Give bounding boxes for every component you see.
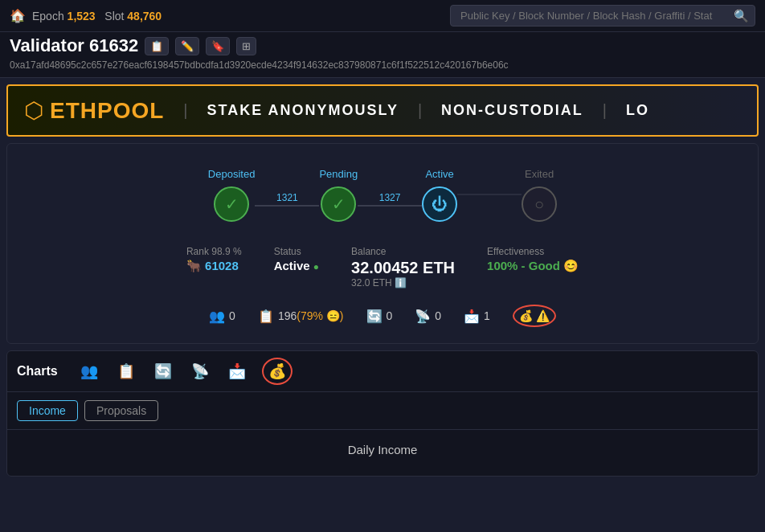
bookmark-button[interactable]: 🔖 — [206, 37, 230, 55]
tab-icon-sync[interactable]: 🔄 — [151, 359, 175, 383]
rank-label: Rank 98.9 % — [186, 246, 242, 257]
address-hash: 0xa17afd48695c2c657e276eacf6198457bdbcdf… — [10, 59, 755, 71]
top-nav: 🏠 Epoch 1,523 Slot 48,760 🔍 — [0, 0, 765, 32]
pending-label: Pending — [319, 168, 358, 180]
sync-icon: 🔄 — [366, 309, 382, 324]
balance-sub: 32.0 ETH ℹ️ — [351, 277, 455, 289]
warning-icon: ⚠️ — [536, 309, 550, 322]
eth-diamond-icon: ⬡ — [24, 97, 43, 124]
edit-button[interactable]: ✏️ — [175, 37, 199, 55]
address-bar: Validator 61632 📋 ✏️ 🔖 ⊞ 0xa17afd48695c2… — [0, 32, 765, 78]
conn-num-2: 1327 — [379, 192, 401, 203]
attestations-count: 0 — [229, 309, 235, 322]
search-icon[interactable]: 🔍 — [734, 9, 749, 23]
stats-row: Rank 98.9 % 🐂 61028 Status Active ● Bala… — [23, 246, 742, 289]
tab-icon-attestations[interactable]: 👥 — [77, 359, 101, 383]
banner-divider-1: | — [183, 101, 187, 120]
effectiveness-label: Effectiveness — [487, 246, 579, 257]
epoch-value: 1,523 — [68, 10, 96, 23]
tab-icon-slashings[interactable]: 📡 — [188, 359, 212, 383]
status-value: Active ● — [274, 259, 319, 272]
pipeline-step-deposited: Deposited ✓ — [208, 168, 256, 222]
activity-income-warning: 💰 ⚠️ — [513, 305, 556, 327]
activity-deposits: 📩 1 — [464, 309, 490, 324]
active-label: Active — [425, 168, 453, 180]
pipeline-step-pending: Pending ✓ — [319, 168, 358, 222]
tabs-section: Charts 👥 📋 🔄 📡 📩 💰 Income Proposals Dail… — [6, 350, 759, 477]
chart-title: Daily Income — [17, 443, 748, 456]
status-pipeline: Deposited ✓ 1321 Pending ✓ 1327 Active ⏻ — [23, 160, 742, 230]
validator-row: Validator 61632 📋 ✏️ 🔖 ⊞ — [10, 35, 755, 56]
proposals-icon: 📋 — [258, 309, 274, 324]
ethpool-name: ETHPOOL — [50, 98, 164, 124]
copy-button[interactable]: 📋 — [145, 37, 169, 55]
deposited-label: Deposited — [208, 168, 256, 180]
deposits-icon: 📩 — [464, 309, 480, 324]
home-icon[interactable]: 🏠 — [10, 8, 26, 23]
status-stat: Status Active ● — [274, 246, 319, 289]
rank-value: 🐂 61028 — [186, 259, 242, 273]
slashings-icon: 📡 — [415, 309, 431, 324]
tab-icon-deposits[interactable]: 📩 — [225, 359, 249, 383]
proposals-count: 196(79% 😑) — [278, 309, 344, 322]
banner-text-2: NON-CUSTODIAL — [441, 102, 583, 119]
status-label: Status — [274, 246, 319, 257]
balance-value: 32.00452 ETH — [351, 259, 455, 277]
tab-icon-income-active[interactable]: 💰 — [262, 358, 292, 385]
sub-tabs: Income Proposals — [7, 392, 758, 430]
banner-divider-2: | — [418, 101, 422, 120]
activity-attestations: 👥 0 — [209, 309, 235, 324]
conn-line-3 — [457, 194, 522, 195]
epoch-info: Epoch 1,523 Slot 48,760 — [32, 10, 162, 23]
validator-title: Validator 61632 — [10, 35, 138, 56]
search-input[interactable] — [450, 5, 755, 27]
banner-text-3: LO — [626, 102, 649, 119]
slot-label: Slot — [104, 10, 124, 23]
tab-icon-proposals[interactable]: 📋 — [114, 359, 138, 383]
exited-icon: ○ — [522, 186, 557, 222]
active-icon: ⏻ — [422, 186, 457, 222]
ethpool-logo: ⬡ ETHPOOL — [24, 97, 164, 124]
slashings-count: 0 — [435, 309, 441, 322]
conn-line-2 — [358, 205, 422, 207]
sub-tab-proposals[interactable]: Proposals — [84, 400, 158, 421]
conn-num-1: 1321 — [276, 192, 298, 203]
banner-text-1: STAKE ANONYMOUSLY — [207, 102, 399, 119]
connector-2: 1327 — [358, 192, 422, 207]
deposited-icon: ✓ — [214, 186, 249, 222]
money-icon: 💰 — [519, 309, 533, 322]
activity-slashings: 📡 0 — [415, 309, 441, 324]
chart-area: Daily Income — [7, 430, 758, 476]
pending-icon: ✓ — [321, 186, 356, 222]
sync-count: 0 — [387, 309, 393, 322]
income-warning-circled[interactable]: 💰 ⚠️ — [513, 305, 556, 327]
epoch-label: Epoch — [32, 10, 64, 23]
connector-1: 1321 — [255, 192, 319, 207]
status-dot: ● — [313, 261, 319, 272]
effectiveness-value: 100% - Good 😊 — [487, 259, 579, 273]
conn-line-1 — [255, 205, 319, 207]
activity-sync: 🔄 0 — [366, 309, 393, 324]
tabs-bar: Charts 👥 📋 🔄 📡 📩 💰 — [7, 351, 758, 392]
charts-label: Charts — [17, 364, 58, 379]
balance-stat: Balance 32.00452 ETH 32.0 ETH ℹ️ — [351, 246, 455, 289]
deposits-count: 1 — [484, 309, 490, 322]
ethpool-banner[interactable]: ⬡ ETHPOOL | STAKE ANONYMOUSLY | NON-CUST… — [6, 84, 759, 137]
grid-button[interactable]: ⊞ — [236, 37, 256, 55]
activity-row: 👥 0 📋 196(79% 😑) 🔄 0 📡 0 📩 1 💰 ⚠️ — [23, 305, 742, 327]
nav-left: 🏠 Epoch 1,523 Slot 48,760 — [10, 8, 162, 23]
connector-3 — [457, 192, 522, 195]
balance-label: Balance — [351, 246, 455, 257]
slot-value: 48,760 — [127, 10, 162, 23]
activity-proposals: 📋 196(79% 😑) — [258, 309, 344, 324]
validator-card: Deposited ✓ 1321 Pending ✓ 1327 Active ⏻ — [6, 143, 759, 344]
search-wrapper: 🔍 — [450, 5, 755, 27]
exited-label: Exited — [525, 168, 554, 180]
attestations-icon: 👥 — [209, 309, 225, 324]
rank-stat: Rank 98.9 % 🐂 61028 — [186, 246, 242, 289]
pipeline-step-active: Active ⏻ — [422, 168, 457, 222]
effectiveness-stat: Effectiveness 100% - Good 😊 — [487, 246, 579, 289]
pipeline-step-exited: Exited ○ — [522, 168, 557, 222]
banner-divider-3: | — [603, 101, 607, 120]
sub-tab-income[interactable]: Income — [17, 400, 78, 421]
